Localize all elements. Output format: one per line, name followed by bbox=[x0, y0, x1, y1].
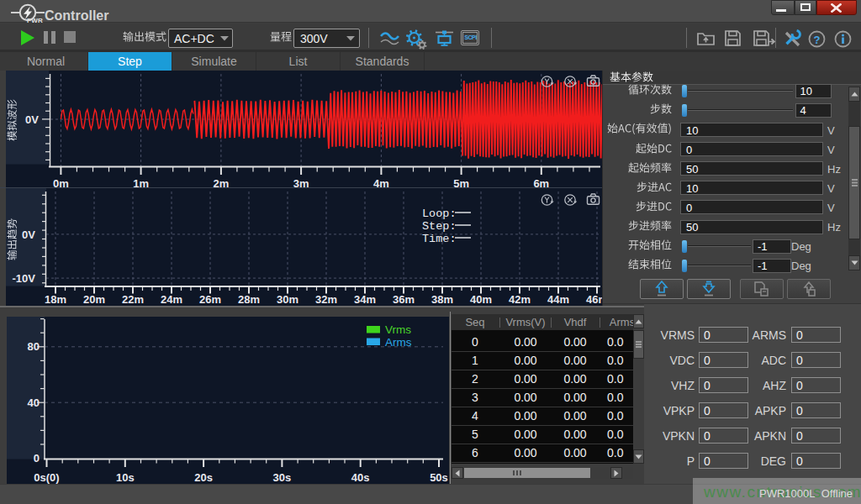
svg-text:?: ? bbox=[814, 34, 821, 46]
svg-text:Arms: Arms bbox=[385, 336, 412, 349]
svg-text:50s: 50s bbox=[430, 471, 448, 484]
svg-text:Vrms: Vrms bbox=[385, 323, 411, 336]
svg-text:40m: 40m bbox=[470, 293, 492, 306]
svg-text:0V: 0V bbox=[22, 228, 35, 241]
svg-text:44m: 44m bbox=[547, 293, 569, 306]
svg-text:80: 80 bbox=[28, 340, 40, 353]
svg-text:32m: 32m bbox=[315, 293, 337, 306]
svg-text:46m: 46m bbox=[586, 293, 602, 306]
svg-text:28m: 28m bbox=[238, 293, 260, 306]
svg-text:0s(0): 0s(0) bbox=[34, 471, 59, 484]
svg-text:34m: 34m bbox=[354, 293, 376, 306]
svg-text:10s: 10s bbox=[116, 471, 135, 484]
svg-text:Time:: Time: bbox=[422, 233, 457, 245]
svg-text:40s: 40s bbox=[351, 471, 370, 484]
svg-text:Step:: Step: bbox=[422, 220, 457, 233]
svg-text:0: 0 bbox=[34, 452, 40, 465]
svg-text:40: 40 bbox=[28, 396, 40, 409]
svg-text:0V: 0V bbox=[25, 113, 39, 126]
svg-text:30m: 30m bbox=[277, 293, 298, 306]
svg-text:22m: 22m bbox=[122, 293, 144, 306]
svg-text:24m: 24m bbox=[161, 293, 182, 306]
svg-text:38m: 38m bbox=[431, 293, 453, 306]
svg-text:36m: 36m bbox=[393, 293, 415, 306]
svg-text:30s: 30s bbox=[273, 471, 292, 484]
svg-text:20s: 20s bbox=[194, 471, 213, 484]
svg-text:42m: 42m bbox=[509, 293, 531, 306]
svg-text:-10V: -10V bbox=[13, 272, 36, 285]
svg-text:18m: 18m bbox=[45, 293, 66, 306]
svg-text:20m: 20m bbox=[83, 293, 105, 306]
svg-text:Loop:: Loop: bbox=[422, 207, 457, 220]
svg-text:26m: 26m bbox=[199, 293, 221, 306]
